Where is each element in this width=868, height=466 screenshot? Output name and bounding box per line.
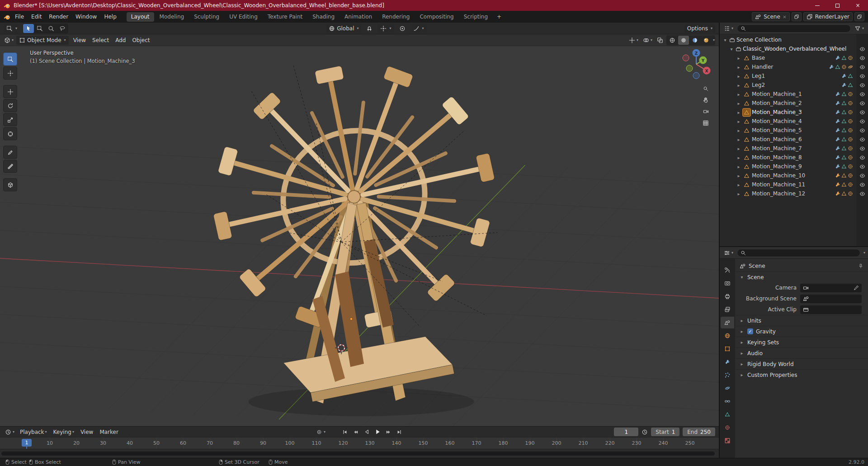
- outliner-row-motion-machine-12[interactable]: ▸ Motion_Machine_12: [720, 189, 868, 198]
- timeline-menu-marker[interactable]: Marker: [96, 428, 121, 436]
- disclosure-icon[interactable]: ▸: [736, 101, 741, 106]
- workspace-tab-scripting[interactable]: Scripting: [459, 12, 492, 22]
- outliner-row-leg2[interactable]: ▸ Leg2: [720, 81, 868, 90]
- pan-hand-icon[interactable]: [703, 97, 709, 103]
- workspace-tab-layout[interactable]: Layout: [127, 12, 154, 22]
- play-reverse-button[interactable]: [362, 428, 372, 436]
- eye-icon[interactable]: [859, 73, 865, 79]
- box-select-mode-button[interactable]: [34, 24, 45, 33]
- shading-solid-button[interactable]: [678, 36, 689, 45]
- outliner-row-motion-machine-7[interactable]: ▸ Motion_Machine_7: [720, 144, 868, 153]
- outliner-label[interactable]: Motion_Machine_5: [752, 127, 802, 133]
- tool-rotate[interactable]: [3, 99, 17, 112]
- properties-tab-particles-icon[interactable]: [721, 369, 734, 381]
- workspace-tab-animation[interactable]: Animation: [340, 12, 377, 22]
- viewport-menu-add[interactable]: Add: [112, 36, 129, 45]
- eye-icon[interactable]: [859, 191, 865, 197]
- close-icon[interactable]: [783, 15, 787, 19]
- properties-tab-texture-icon[interactable]: [721, 435, 734, 447]
- outliner-filter-dropdown[interactable]: ▾: [853, 24, 865, 33]
- properties-tab-modifier-wrench-icon[interactable]: [721, 356, 734, 368]
- outliner-label[interactable]: Motion_Machine_12: [752, 190, 805, 197]
- disclosure-icon[interactable]: ▸: [736, 191, 741, 196]
- background-scene-field[interactable]: [800, 295, 862, 303]
- minimize-button[interactable]: [807, 0, 827, 11]
- eye-icon[interactable]: [859, 146, 865, 152]
- editor-type-button[interactable]: ▾: [3, 36, 15, 44]
- disclosure-icon[interactable]: ▸: [736, 137, 741, 142]
- shading-dropdown-caret[interactable]: ▾: [713, 38, 715, 42]
- camera-field[interactable]: [800, 284, 862, 292]
- viewport-menu-object[interactable]: Object: [129, 36, 153, 45]
- properties-tab-render-icon[interactable]: [721, 277, 734, 289]
- close-button[interactable]: ×: [848, 0, 868, 11]
- next-keyframe-button[interactable]: [383, 428, 393, 436]
- viewport-scene[interactable]: [0, 46, 719, 426]
- add-workspace-button[interactable]: +: [493, 13, 505, 21]
- jump-to-end-button[interactable]: [394, 428, 404, 436]
- disclosure-icon[interactable]: ▸: [736, 164, 741, 169]
- scene-selector[interactable]: Scene: [752, 12, 790, 21]
- timeline-menu-keying[interactable]: Keying▾: [50, 428, 77, 436]
- axis-neg-y-ball[interactable]: [686, 65, 693, 71]
- workspace-tab-texture-paint[interactable]: Texture Paint: [263, 12, 307, 22]
- viewport-menu-select[interactable]: Select: [89, 36, 112, 45]
- horizontal-scrollbar[interactable]: [1, 452, 715, 456]
- disclosure-icon[interactable]: ▸: [736, 92, 741, 97]
- outliner-label[interactable]: Motion_Machine_6: [752, 136, 802, 143]
- circle-select-mode-button[interactable]: [46, 24, 57, 33]
- outliner-row-motion-machine-6[interactable]: ▸ Motion_Machine_6: [720, 135, 868, 144]
- axis-neg-z-ball[interactable]: [693, 72, 699, 79]
- workspace-tab-sculpting[interactable]: Sculpting: [189, 12, 224, 22]
- transform-orientation-dropdown[interactable]: Global▾: [326, 24, 361, 33]
- eye-icon[interactable]: [859, 91, 865, 97]
- eye-icon[interactable]: [859, 155, 865, 161]
- eyedropper-icon[interactable]: [854, 285, 859, 290]
- toggle-ortho-grid-icon[interactable]: [703, 120, 709, 126]
- outliner-label[interactable]: Leg2: [752, 82, 765, 88]
- timeline-editor-type-button[interactable]: ▾: [4, 428, 16, 436]
- properties-tab-output-icon[interactable]: [721, 290, 734, 302]
- outliner-row-motion-machine-2[interactable]: ▸ Motion_Machine_2: [720, 99, 868, 108]
- menu-render[interactable]: Render: [45, 12, 72, 21]
- show-gizmo-dropdown[interactable]: ▾: [627, 36, 640, 44]
- disclosure-icon[interactable]: ▸: [736, 56, 741, 61]
- workspace-tab-modeling[interactable]: Modeling: [155, 12, 189, 22]
- disclosure-icon[interactable]: ▸: [736, 65, 741, 70]
- workspace-tab-rendering[interactable]: Rendering: [377, 12, 414, 22]
- tweak-mode-button[interactable]: [23, 24, 34, 33]
- menu-help[interactable]: Help: [100, 12, 120, 21]
- panel-scene[interactable]: ▾ Scene: [735, 271, 868, 282]
- auto-key-icon[interactable]: [316, 429, 322, 435]
- tool-select-box[interactable]: [3, 52, 17, 66]
- outliner-label[interactable]: Motion_Machine_4: [752, 118, 802, 124]
- options-dropdown[interactable]: Options▾: [684, 24, 715, 33]
- active-tool-dropdown[interactable]: ▾: [4, 24, 20, 33]
- eye-icon[interactable]: [859, 173, 865, 179]
- disclosure-icon[interactable]: ▸: [736, 74, 741, 79]
- navigation-gizmo[interactable]: Z Y X: [680, 48, 712, 81]
- new-scene-button[interactable]: [792, 12, 802, 21]
- eye-icon[interactable]: [859, 164, 865, 170]
- outliner-row-motion-machine-10[interactable]: ▸ Motion_Machine_10: [720, 171, 868, 180]
- start-frame-field[interactable]: Start 1: [651, 428, 679, 436]
- disclosure-icon[interactable]: ▾: [722, 38, 728, 43]
- workspace-tab-uv-editing[interactable]: UV Editing: [225, 12, 262, 22]
- panel-keying-sets[interactable]: ▸ Keying Sets: [735, 337, 868, 347]
- outliner-editor-type-button[interactable]: ▾: [722, 24, 735, 33]
- workspace-tab-shading[interactable]: Shading: [308, 12, 339, 22]
- pin-icon[interactable]: [858, 263, 863, 269]
- new-view-layer-button[interactable]: [854, 12, 864, 21]
- disclosure-icon[interactable]: ▸: [736, 155, 741, 160]
- mode-dropdown[interactable]: Object Mode▾: [16, 36, 69, 45]
- eye-icon[interactable]: [859, 119, 865, 124]
- properties-tab-object-icon[interactable]: [721, 343, 734, 355]
- panel-audio[interactable]: ▸ Audio: [735, 347, 868, 358]
- use-preview-range-icon[interactable]: [642, 429, 648, 435]
- properties-options-caret[interactable]: ▾: [863, 251, 865, 255]
- snap-toggle-button[interactable]: [364, 24, 375, 33]
- outliner-row-motion-machine-11[interactable]: ▸ Motion_Machine_11: [720, 180, 868, 189]
- wheel-model[interactable]: [213, 66, 495, 404]
- menu-window[interactable]: Window: [72, 12, 100, 21]
- play-button[interactable]: [373, 428, 382, 436]
